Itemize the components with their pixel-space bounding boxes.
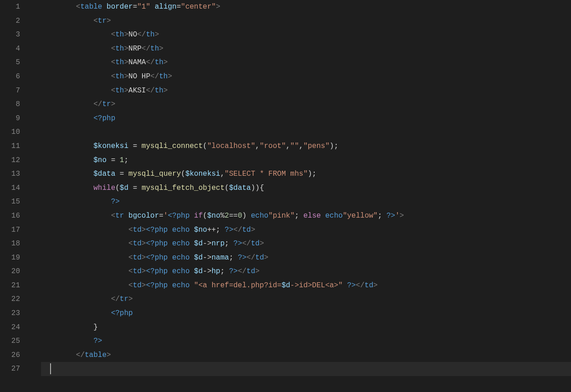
code-line[interactable]: <td><?php echo $d->nama; ?></td> bbox=[41, 251, 571, 265]
text-content: NO HP bbox=[128, 72, 150, 81]
string: "yellow" bbox=[343, 212, 378, 220]
code-line[interactable]: </tr> bbox=[41, 292, 571, 306]
php-close-tag: ?> bbox=[93, 337, 102, 345]
tag-name: td bbox=[133, 226, 142, 234]
line-number-gutter: 1 2 3 4 5 6 7 8 9 10 11 12 13 14 15 16 1… bbox=[0, 0, 32, 392]
php-open-tag: <?php bbox=[146, 281, 168, 290]
text-content: AKSI bbox=[128, 87, 146, 95]
code-line[interactable]: <?php bbox=[41, 306, 571, 321]
tag-name: tr bbox=[115, 212, 124, 220]
code-line[interactable]: while($d = mysqli_fetch_object($data)){ bbox=[41, 181, 571, 195]
line-number: 19 bbox=[0, 251, 20, 265]
tag-name: th bbox=[115, 87, 124, 95]
line-number: 14 bbox=[0, 181, 20, 195]
tag-name: td bbox=[133, 239, 142, 248]
php-open-tag: <?php bbox=[146, 239, 168, 248]
php-variable: $data bbox=[229, 184, 251, 192]
attr-name: bgcolor bbox=[128, 212, 159, 220]
property: hp bbox=[212, 267, 220, 275]
line-number: 9 bbox=[0, 112, 20, 126]
tag-name: th bbox=[115, 58, 124, 66]
line-number: 2 bbox=[0, 14, 20, 28]
attr-name: border bbox=[107, 3, 133, 11]
php-variable: $d bbox=[120, 184, 128, 192]
line-number: 25 bbox=[0, 334, 20, 348]
text-content: NAMA bbox=[128, 58, 146, 66]
line-number: 21 bbox=[0, 279, 20, 293]
code-line[interactable]: <th>NO HP</th> bbox=[41, 70, 571, 84]
php-open-tag: <?php bbox=[93, 114, 115, 122]
code-line[interactable]: <tr bgcolor='<?php if($no%2==0) echo"pin… bbox=[41, 209, 571, 223]
keyword: echo bbox=[172, 267, 189, 275]
code-editor[interactable]: 1 2 3 4 5 6 7 8 9 10 11 12 13 14 15 16 1… bbox=[0, 0, 571, 392]
php-open-tag: <?php bbox=[168, 212, 189, 220]
code-line[interactable]: $no = 1; bbox=[41, 153, 571, 168]
keyword: while bbox=[93, 184, 115, 192]
code-line[interactable]: $koneksi = mysqli_connect("localhost","r… bbox=[41, 139, 571, 153]
line-number: 13 bbox=[0, 167, 20, 181]
code-line[interactable] bbox=[41, 362, 571, 376]
code-line[interactable]: $data = mysqli_query($koneksi,"SELECT * … bbox=[41, 167, 571, 181]
keyword: echo bbox=[251, 212, 268, 220]
text-content: NO bbox=[128, 31, 137, 39]
code-line[interactable]: <td><?php echo "<a href=del.php?id=$d->i… bbox=[41, 279, 571, 293]
php-variable: $koneksi bbox=[93, 142, 128, 150]
code-area[interactable]: <table border="1" align="center"> <tr> <… bbox=[32, 0, 571, 392]
php-close-tag: ?> bbox=[111, 198, 120, 206]
line-number: 17 bbox=[0, 223, 20, 237]
code-line[interactable]: ?> bbox=[41, 195, 571, 209]
php-open-tag: <?php bbox=[146, 226, 168, 234]
code-line[interactable] bbox=[41, 125, 571, 139]
line-number: 3 bbox=[0, 28, 20, 42]
code-line[interactable]: <?php bbox=[41, 112, 571, 126]
php-close-tag: ?> bbox=[238, 254, 246, 262]
function-call: mysqli_connect bbox=[142, 142, 203, 150]
code-line[interactable]: <td><?php echo $d->hp; ?></td> bbox=[41, 265, 571, 279]
keyword: else bbox=[303, 212, 321, 220]
code-line[interactable]: <th>NRP</th> bbox=[41, 42, 571, 56]
code-line[interactable]: </tr> bbox=[41, 97, 571, 112]
line-number: 5 bbox=[0, 56, 20, 70]
tag-name: tr bbox=[120, 295, 128, 303]
php-variable: $d bbox=[281, 281, 290, 290]
line-number: 27 bbox=[0, 362, 20, 376]
attr-name: align bbox=[155, 3, 177, 11]
php-variable: $no bbox=[207, 212, 220, 220]
code-line[interactable]: <th>AKSI</th> bbox=[41, 84, 571, 98]
code-line[interactable]: <table border="1" align="center"> bbox=[41, 0, 571, 14]
keyword: echo bbox=[325, 212, 342, 220]
keyword: echo bbox=[172, 281, 189, 290]
code-line[interactable]: <tr> bbox=[41, 14, 571, 28]
php-open-tag: <?php bbox=[146, 254, 168, 262]
code-line[interactable]: <th>NO</th> bbox=[41, 28, 571, 42]
code-line[interactable]: </table> bbox=[41, 348, 571, 362]
php-close-tag: ?> bbox=[387, 212, 395, 220]
function-call: mysqli_query bbox=[128, 170, 181, 178]
string: "SELECT * FROM mhs" bbox=[224, 170, 307, 178]
php-close-tag: ?> bbox=[224, 226, 233, 234]
line-number: 18 bbox=[0, 237, 20, 251]
string: "root" bbox=[260, 142, 286, 150]
code-line[interactable]: <td><?php echo $d->nrp; ?></td> bbox=[41, 237, 571, 251]
number: 0 bbox=[238, 212, 242, 220]
tag-name: tr bbox=[102, 100, 111, 108]
line-number: 24 bbox=[0, 321, 20, 335]
string: >DEL<a>" bbox=[308, 281, 343, 290]
code-line[interactable]: } bbox=[41, 321, 571, 335]
function-call: mysqli_fetch_object bbox=[142, 184, 224, 192]
php-variable: $no bbox=[194, 226, 207, 234]
line-number: 15 bbox=[0, 195, 20, 209]
code-line[interactable]: <th>NAMA</th> bbox=[41, 56, 571, 70]
string: "localhost" bbox=[207, 142, 255, 150]
line-number: 4 bbox=[0, 42, 20, 56]
tag-name: td bbox=[133, 281, 142, 290]
code-line[interactable]: ?> bbox=[41, 334, 571, 348]
string: "<a href=del.php?id= bbox=[194, 281, 281, 290]
number: 2 bbox=[224, 212, 229, 220]
property: nrp bbox=[212, 239, 225, 248]
indent bbox=[41, 3, 76, 11]
line-number: 7 bbox=[0, 84, 20, 98]
text-cursor bbox=[50, 363, 51, 374]
php-open-tag: <?php bbox=[146, 267, 168, 275]
code-line[interactable]: <td><?php echo $no++; ?></td> bbox=[41, 223, 571, 237]
